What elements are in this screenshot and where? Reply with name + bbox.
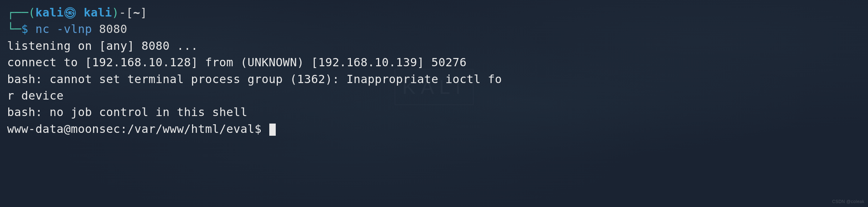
output-line-3: bash: cannot set terminal process group … bbox=[7, 71, 861, 87]
prompt-dollar: $ bbox=[21, 21, 29, 37]
command-text: nc -vlnp bbox=[35, 21, 92, 37]
cursor-block bbox=[269, 124, 276, 136]
output-line-4: r device bbox=[7, 87, 861, 104]
command-args: 8080 bbox=[99, 21, 127, 37]
prompt-path: ~ bbox=[133, 4, 140, 21]
prompt-line-2[interactable]: └─$ nc -vlnp 8080 bbox=[7, 21, 861, 37]
paren-close: ) bbox=[112, 4, 119, 21]
csdn-watermark: CSDN @coleak bbox=[832, 199, 864, 205]
output-line-2: connect to [192.168.10.128] from (UNKNOW… bbox=[7, 54, 861, 71]
output-line-1: listening on [any] 8080 ... bbox=[7, 38, 861, 54]
bracket-open: [ bbox=[126, 4, 133, 21]
prompt-dash: - bbox=[119, 4, 126, 21]
prompt-host: kali bbox=[84, 4, 112, 21]
prompt-user: kali bbox=[35, 4, 64, 21]
remote-shell-prompt: www-data@moonsec:/var/www/html/eval$ bbox=[7, 122, 269, 136]
bracket-close: ] bbox=[140, 4, 147, 21]
kali-skull-icon: ㉿ bbox=[64, 7, 76, 19]
box-corner-top: ┌── bbox=[7, 4, 28, 21]
prompt-line-1: ┌──(kali㉿ kali)-[~] bbox=[7, 4, 861, 21]
box-corner-bottom: └─ bbox=[7, 21, 21, 37]
paren-open: ( bbox=[28, 4, 35, 21]
shell-prompt-line[interactable]: www-data@moonsec:/var/www/html/eval$ bbox=[7, 121, 861, 137]
output-line-5: bash: no job control in this shell bbox=[7, 104, 861, 120]
